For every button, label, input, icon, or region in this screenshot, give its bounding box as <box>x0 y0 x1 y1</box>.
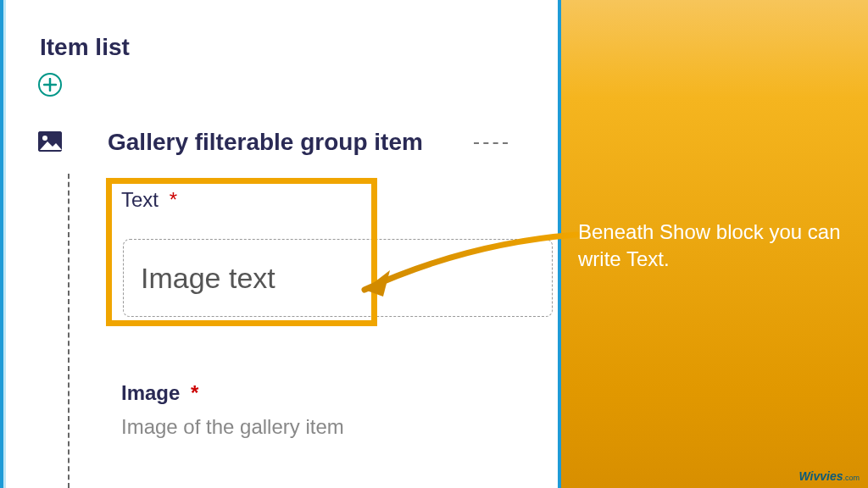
text-field-label: Text * <box>121 188 177 212</box>
annotation-text: Beneath Show block you can write Text. <box>578 219 858 274</box>
plus-icon <box>43 78 57 92</box>
add-item-button[interactable] <box>38 73 62 97</box>
required-asterisk: * <box>170 188 177 211</box>
text-label-text: Text <box>121 188 159 211</box>
tree-line <box>68 174 70 488</box>
item-dash-connector <box>474 142 508 144</box>
image-icon <box>38 131 62 152</box>
item-title: Gallery filterable group item <box>108 129 423 156</box>
annotation-panel: Beneath Show block you can write Text. <box>558 0 868 488</box>
svg-point-3 <box>42 136 47 141</box>
image-field-description: Image of the gallery item <box>121 415 344 439</box>
brand-name: Wivvies <box>798 469 843 483</box>
brand-domain: .com <box>843 474 860 482</box>
main-panel: Item list Gallery filterable group item … <box>6 0 558 488</box>
brand-watermark: Wivvies.com <box>798 469 860 483</box>
section-title: Item list <box>40 34 130 61</box>
image-label-text: Image <box>121 381 180 404</box>
image-field-label: Image * <box>121 381 198 405</box>
stage: Item list Gallery filterable group item … <box>0 0 868 488</box>
required-asterisk: * <box>191 381 198 404</box>
